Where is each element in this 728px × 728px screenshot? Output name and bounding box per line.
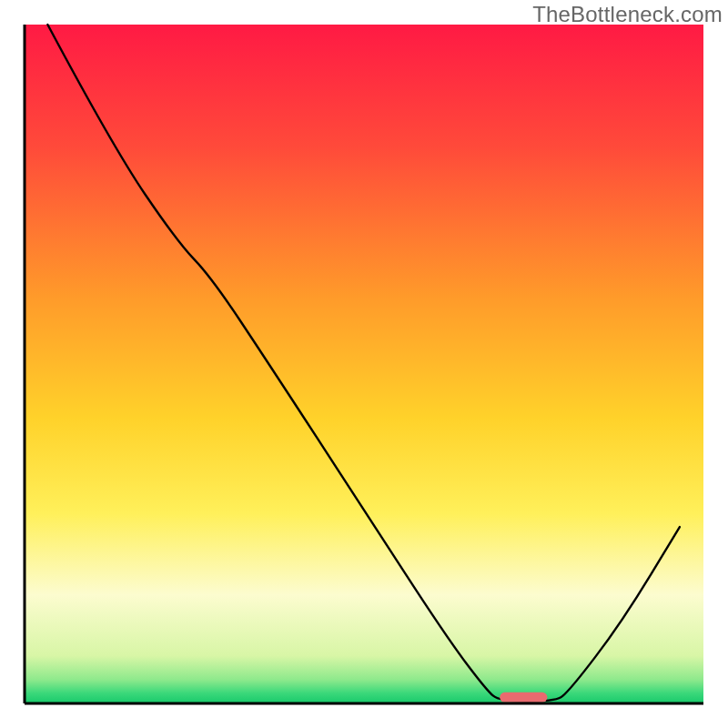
bottleneck-chart: [0, 0, 728, 728]
gradient-background: [25, 25, 703, 703]
chart-container: TheBottleneck.com: [0, 0, 728, 728]
optimal-marker: [500, 693, 547, 703]
watermark-text: TheBottleneck.com: [532, 2, 723, 27]
